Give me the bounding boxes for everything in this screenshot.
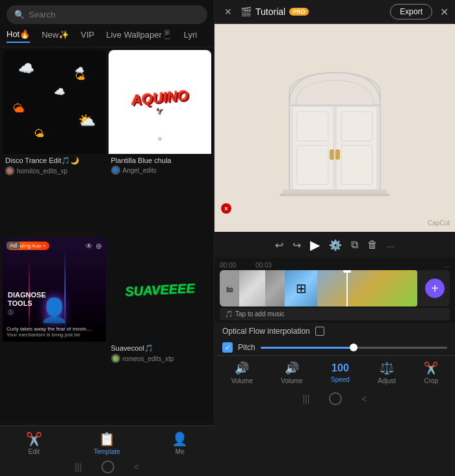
tab-lyri[interactable]: Lyri <box>184 30 197 42</box>
music-icon: 🎵 <box>225 310 233 318</box>
pitch-checkbox[interactable]: ✓ <box>222 342 233 353</box>
content-grid: ☁️ 🌤 ☁️ 🌥 ⛅ 🌤 ☁️ Disco Trance Edit🎵🌙 🟤 h… <box>0 47 214 425</box>
card-plantilla-author: 🔵 Angel_edits <box>111 166 209 175</box>
card-suave-name: romeos_edits_xtp <box>123 355 174 362</box>
tab-vip[interactable]: VIP <box>81 30 94 42</box>
timestamp-mid: 00:03 <box>255 262 272 269</box>
add-clip-button[interactable]: + <box>425 279 445 298</box>
topbar-close-icon[interactable]: ✕ <box>440 6 448 18</box>
nav-edit-label: Edit <box>29 448 40 455</box>
nav-edit[interactable]: ✂️ Edit <box>26 431 42 455</box>
card-suave[interactable]: SUAVEEEE Suavecool🎵 🟢 romeos_edits_xtp <box>109 238 212 423</box>
search-bar[interactable]: 🔍 <box>6 5 207 24</box>
left-panel: 🔍 Hot🔥 New✨ VIP Live Wallpaper📱 Lyri ☁️ … <box>0 0 214 476</box>
crop-icon: ✂️ <box>424 361 438 375</box>
delete-button[interactable]: 🗑 <box>367 239 378 251</box>
card-diagnose[interactable]: Trending App > 👁 ⊕ 👤 DIAGNOSE TOOLS <box>3 238 106 423</box>
timeline-controls: ↩ ↪ ▶ ⚙️ ⧉ 🗑 … <box>214 232 455 258</box>
settings-button[interactable]: ⚙️ <box>329 239 342 251</box>
redo-button[interactable]: ↪ <box>292 239 301 251</box>
door-svg <box>276 53 393 196</box>
search-icon: 🔍 <box>14 10 25 19</box>
export-button[interactable]: Export <box>390 4 432 19</box>
card-plantilla-info: Plantilla Blue chula 🔵 Angel_edits <box>109 154 212 179</box>
right-back-btn[interactable]: < <box>361 394 367 404</box>
card-plantilla[interactable]: AQUINO 🦅 Plantilla Blue chula 🔵 Angel_ed… <box>109 50 212 235</box>
tab-live-wallpaper[interactable]: Live Wallpaper📱 <box>106 30 172 42</box>
svg-rect-11 <box>280 194 390 196</box>
nav-template[interactable]: 📋 Template <box>94 431 120 455</box>
volume2-icon: 🔊 <box>285 361 299 375</box>
title-icon: 🎬 <box>240 6 252 17</box>
door-container <box>276 53 393 203</box>
card-disco-info: Disco Trance Edit🎵🌙 🟤 homitos_edits_xp <box>3 154 106 179</box>
bottom-nav-left: ✂️ Edit 📋 Template 👤 Me <box>0 425 214 458</box>
card-disco-avatar: 🟤 <box>5 166 14 175</box>
left-home-btn[interactable] <box>101 460 114 473</box>
card-plantilla-title: Plantilla Blue chula <box>111 157 209 164</box>
tool-crop[interactable]: ✂️ Crop <box>424 361 438 384</box>
pitch-slider-fill <box>261 347 354 349</box>
right-home-btn[interactable] <box>329 392 342 405</box>
pitch-slider-thumb <box>350 344 358 351</box>
card-disco-name: homitos_edits_xp <box>17 168 68 175</box>
close-button[interactable]: ✕ <box>221 5 235 19</box>
tool-speed[interactable]: 100 Speed <box>331 362 350 383</box>
status-bar-left: ||| < <box>0 458 214 476</box>
copy-button[interactable]: ⧉ <box>351 239 358 251</box>
timeline-needle <box>346 270 348 307</box>
timeline-track[interactable]: 🎬 ⊞ + <box>220 270 450 307</box>
tool-speed-label: Speed <box>331 376 350 383</box>
card-diagnose-caption1: Curly takes away the fear of movin... <box>6 326 102 332</box>
right-title-text: Tutorial <box>255 6 285 17</box>
tool-crop-label: Crop <box>424 377 439 384</box>
undo-button[interactable]: ↩ <box>275 239 283 251</box>
card-suave-info: Suavecool🎵 🟢 romeos_edits_xtp <box>109 342 212 367</box>
tool-volume2[interactable]: 🔊 Volume <box>281 361 302 384</box>
tool-adjust[interactable]: ⚖️ Adjust <box>378 361 396 384</box>
tool-adjust-label: Adjust <box>378 377 396 384</box>
card-disco-trance[interactable]: ☁️ 🌤 ☁️ 🌥 ⛅ 🌤 ☁️ Disco Trance Edit🎵🌙 🟤 h… <box>3 50 106 235</box>
preview-area: CapCut × <box>214 24 455 232</box>
svg-rect-2 <box>292 106 333 190</box>
nav-me[interactable]: 👤 Me <box>172 431 188 455</box>
tab-hot[interactable]: Hot🔥 <box>6 29 30 43</box>
pitch-row: ✓ Pitch <box>214 340 455 355</box>
card-plantilla-name: Angel_edits <box>123 167 157 174</box>
card-diagnose-overlay: Curly takes away the fear of movin... Yo… <box>3 313 106 342</box>
adjust-icon: ⚖️ <box>380 361 394 375</box>
aquino-sub: 🦅 <box>156 108 164 115</box>
timeline-area: 00:00 00:03 … 🎬 ⊞ + 🎵 Tap to a <box>214 258 455 323</box>
card-disco-title: Disco Trance Edit🎵🌙 <box>5 157 103 165</box>
edit-icon: ✂️ <box>26 431 42 447</box>
search-input[interactable] <box>29 10 200 19</box>
needle-head <box>343 270 351 273</box>
tool-volume[interactable]: 🔊 Volume <box>231 361 253 384</box>
pitch-slider[interactable] <box>261 347 447 349</box>
timestamp-start: 00:00 <box>220 262 236 269</box>
right-topbar: ✕ 🎬 Tutorial PRO Export ✕ <box>214 0 455 24</box>
play-button[interactable]: ▶ <box>310 237 320 253</box>
card-suave-author: 🟢 romeos_edits_xtp <box>111 354 209 363</box>
pitch-label: Pitch <box>238 343 255 352</box>
optical-flow-checkbox[interactable] <box>315 327 324 336</box>
left-bar-indicator: ||| <box>75 462 82 472</box>
audio-track[interactable]: 🎵 Tap to add music <box>220 308 450 320</box>
pro-badge: PRO <box>289 8 309 16</box>
right-title-area: 🎬 Tutorial PRO <box>240 6 385 17</box>
tab-new[interactable]: New✨ <box>42 30 69 42</box>
svg-rect-9 <box>335 149 340 160</box>
aquino-text: AQUINO <box>131 87 189 109</box>
card-plantilla-avatar: 🔵 <box>111 166 120 175</box>
timestamp-extra: … <box>443 262 450 269</box>
speed-value: 100 <box>332 362 349 374</box>
template-icon: 📋 <box>99 431 115 447</box>
me-icon: 👤 <box>172 431 188 447</box>
bottom-toolbar: 🔊 Volume 🔊 Volume 100 Speed ⚖️ Adjust ✂️… <box>214 355 455 390</box>
left-back-btn[interactable]: < <box>134 462 139 472</box>
card-disco-author: 🟤 homitos_edits_xp <box>5 166 103 175</box>
more-button[interactable]: … <box>387 240 395 249</box>
status-bar-right: ||| < <box>214 390 455 408</box>
error-dot: × <box>221 203 231 214</box>
audio-label: Tap to add music <box>235 310 285 318</box>
